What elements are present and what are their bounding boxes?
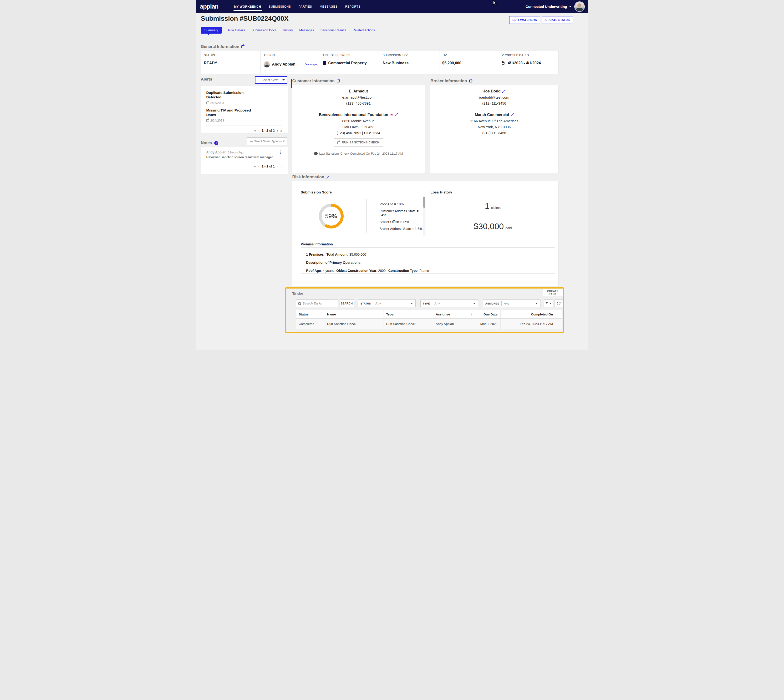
paid-unit: paid (505, 226, 512, 230)
notes-card: Andy Appian 6 Hours Ago Reviewed sanctio… (201, 147, 288, 174)
edit-icon[interactable] (469, 80, 472, 82)
tab-risk-details[interactable]: Risk Details (228, 28, 245, 32)
last-page-icon[interactable] (280, 164, 282, 168)
select-alerts-dropdown[interactable]: --- Select Alerts --- (255, 76, 287, 83)
page-range: 1 - 1 (262, 164, 269, 168)
edit-watchers-button[interactable]: EDIT WATCHERS (509, 16, 540, 24)
expand-icon[interactable] (502, 90, 505, 93)
divider (206, 162, 282, 162)
assignee-filter-value: Any (504, 302, 533, 305)
next-page-icon[interactable] (277, 128, 278, 132)
task-search-input[interactable] (303, 302, 336, 305)
reassign-link[interactable]: Reassign (304, 62, 317, 66)
score-factor: Broker Office = 15% (380, 220, 425, 224)
first-page-icon[interactable] (254, 128, 256, 132)
divider (432, 301, 432, 306)
alert-item[interactable]: Missing TIV and Proposed Dates 2/24/2023 (206, 108, 282, 122)
tab-sanctions-results[interactable]: Sanctions Results (320, 28, 346, 32)
run-sanctions-check-button[interactable]: RUN SANCTIONS CHECK (334, 138, 383, 147)
tab-history[interactable]: History (283, 28, 293, 32)
chevron-down-icon (473, 303, 475, 305)
risk-info-card: Submission Score 59% Roof Age = 18% Cust… (292, 181, 559, 286)
kebab-menu-icon[interactable] (279, 150, 282, 154)
alert-item[interactable]: Duplicate Submission Detected 2/24/2023 (206, 90, 282, 105)
task-search-box (296, 300, 338, 307)
edit-icon[interactable] (242, 45, 244, 48)
header-actions: EDIT WATCHERS UPDATE STATUS (509, 16, 573, 24)
divider (373, 301, 373, 306)
mouse-cursor (492, 0, 497, 6)
chevron-down-icon (549, 303, 551, 305)
page-total: of 1 (269, 164, 275, 168)
prev-page-icon[interactable] (258, 128, 260, 132)
nav-item-submissions[interactable]: SUBMISSIONS (265, 0, 295, 13)
last-sanctions-check-text: Last Sanctions Check Completed On Feb 24… (319, 152, 403, 155)
scrollbar-thumb[interactable] (423, 197, 425, 208)
tab-submission-docs[interactable]: Submission Docs (252, 28, 277, 32)
broker-contact-name: Joe Dodd (483, 89, 500, 93)
assignee-name: Andy Appian (272, 62, 295, 67)
customer-email: e.arnaout@test.com (292, 95, 425, 99)
submission-score-box: 59% Roof Age = 18% Customer Address Stat… (301, 196, 426, 236)
col-type[interactable]: Type (383, 310, 433, 318)
cell-type: Run Sanction Check (383, 318, 433, 329)
refresh-button[interactable] (554, 300, 563, 307)
type-filter-dropdown[interactable]: TYPE Any (420, 300, 478, 307)
app-page: appian MY WORKBENCH SUBMISSIONS PARTIES … (196, 0, 588, 350)
last-page-icon[interactable] (280, 128, 282, 132)
col-status[interactable]: Status (296, 310, 324, 318)
expand-icon[interactable] (327, 176, 330, 179)
user-avatar[interactable] (575, 2, 584, 12)
premise-line-2: Description of Primary Operations: (306, 260, 549, 265)
add-note-icon[interactable] (214, 141, 218, 145)
general-info-heading-label: General Information (201, 44, 240, 49)
first-page-icon[interactable] (254, 164, 256, 168)
col-assignee[interactable]: Assignee (433, 310, 468, 318)
scrollbar[interactable] (423, 196, 425, 236)
workspace-switcher[interactable]: Connected Underwriting (525, 5, 571, 8)
edit-icon[interactable] (337, 80, 340, 82)
prev-page-icon[interactable] (258, 164, 260, 168)
update-status-button[interactable]: UPDATE STATUS (542, 16, 573, 24)
table-row[interactable]: Completed Run Sanction Check Run Sanctio… (296, 318, 562, 329)
tab-messages[interactable]: Messages (299, 28, 314, 32)
tab-related-actions[interactable]: Related Actions (352, 28, 375, 32)
search-button[interactable]: SEARCH (340, 300, 354, 307)
tasks-heading: Tasks (292, 292, 304, 297)
field-submission-type: SUBMISSION TYPE New Business (380, 51, 439, 73)
select-notes-type-dropdown[interactable]: --- Select Notes Type --- (247, 137, 287, 145)
score-factor: Broker Address State = 1.5% (380, 227, 425, 231)
broker-company-name: Marsh Commercial (475, 113, 509, 117)
status-value: READY (204, 61, 258, 65)
nav-item-my-workbench[interactable]: MY WORKBENCH (230, 0, 265, 13)
assignee-avatar (264, 61, 270, 67)
tiv-label: TIV (442, 53, 496, 57)
broker-address-line2: New York, NY 10036 (430, 125, 558, 129)
customer-address-line2: Oak Lawn, IL 60453 (292, 125, 425, 129)
broker-address-line1: 1166 Avenue Of The Americas (430, 119, 558, 123)
nav-item-parties[interactable]: PARTIES (295, 0, 316, 13)
create-task-button[interactable]: CREATE TASK (543, 289, 563, 296)
notes-pagination: 1 - 1 of 1 (206, 164, 282, 168)
select-alerts-placeholder: --- Select Alerts --- (258, 78, 282, 82)
alert-date: 2/24/2023 (210, 101, 224, 105)
assignee-filter-label: ASSIGNEE (485, 302, 499, 305)
assignee-filter-dropdown[interactable]: ASSIGNEE Any (483, 300, 540, 307)
col-due-date[interactable]: Due Date (468, 310, 500, 318)
premise-info-label: Premise Information (301, 242, 333, 246)
filter-button[interactable] (544, 300, 553, 307)
tab-summary[interactable]: Summary (201, 27, 222, 33)
nav-item-reports[interactable]: REPORTS (341, 0, 364, 13)
col-name[interactable]: Name (324, 310, 383, 318)
check-circle-icon (314, 152, 318, 155)
next-page-icon[interactable] (277, 164, 278, 168)
nav-menu: MY WORKBENCH SUBMISSIONS PARTIES MESSAGE… (230, 0, 364, 13)
general-info-heading: General Information (201, 44, 245, 49)
alerts-heading: Alerts (201, 77, 212, 82)
cell-spacer (556, 318, 562, 329)
expand-icon[interactable] (510, 113, 514, 117)
col-completed-on[interactable]: Completed On (500, 310, 556, 318)
status-filter-dropdown[interactable]: STATUS Any (358, 300, 415, 307)
nav-item-messages[interactable]: MESSAGES (316, 0, 342, 13)
expand-icon[interactable] (395, 113, 398, 117)
